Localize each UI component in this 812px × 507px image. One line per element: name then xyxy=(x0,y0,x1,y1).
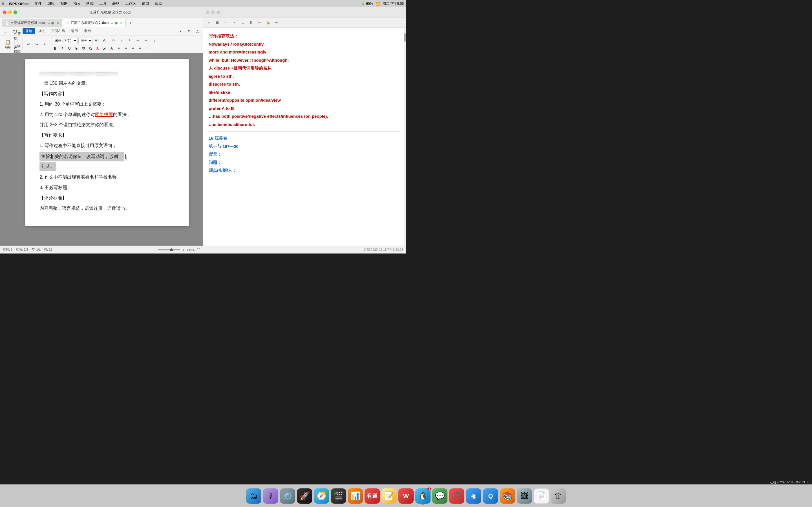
traffic-lights xyxy=(3,10,17,14)
nav-page-layout[interactable]: 页面布局 xyxy=(49,28,68,34)
tab-scroll-left[interactable]: ⋯ xyxy=(193,19,200,27)
notes-list-btn[interactable]: ≡ xyxy=(205,19,213,26)
wps-ribbon: ☰ 文件 开始 插入 页面布局 引用 审阅 ⬥ ⇧ △ 📋 xyxy=(0,27,203,53)
notes-close-btn[interactable] xyxy=(206,10,209,14)
list-button[interactable]: ≡ xyxy=(118,37,125,44)
notes-grid-btn[interactable]: ⊞ xyxy=(214,19,221,26)
font-shrink-button[interactable]: A⁻ xyxy=(101,37,109,44)
menu-view[interactable]: 视图 xyxy=(59,1,69,7)
justify-button[interactable]: ≡ xyxy=(137,45,143,52)
nav-reference[interactable]: 引用 xyxy=(68,28,81,34)
notes-share-btn[interactable]: □ xyxy=(239,19,246,26)
clear-format-button[interactable]: ◇ xyxy=(110,37,117,44)
undo-dropdown[interactable]: ▾ xyxy=(41,41,49,48)
strikethrough-button[interactable]: S̶ xyxy=(73,45,80,52)
fullscreen-button[interactable]: ⛶ xyxy=(197,248,200,251)
align-center-button[interactable]: ≡ xyxy=(123,45,129,52)
maximize-button[interactable] xyxy=(13,10,17,14)
cut-button[interactable]: ✂ 剪切 xyxy=(14,33,21,40)
font-color-button[interactable]: A xyxy=(94,45,101,52)
menu-help[interactable]: 帮助 xyxy=(153,1,164,7)
tab1-cloud: ☁ xyxy=(47,21,50,24)
window-title: 江苏广东概要议论文.docx xyxy=(20,10,200,15)
apple-menu[interactable]:  xyxy=(2,1,4,6)
doc-page: ▒▒▒▒▒▒▒▒▒▒▒▒▒▒▒▒▒▒▒▒▒▒▒▒▒▒▒▒ 一篇 150 词左右的… xyxy=(26,59,189,226)
app-name[interactable]: WPS Office xyxy=(7,1,30,6)
notes-section2-line4: 观点/实例/人： xyxy=(209,166,400,175)
redo-button[interactable]: ↪ xyxy=(33,41,40,48)
tab1-label: 文章续写评分标准.docx xyxy=(10,20,46,25)
statusbar-right: – + 144% ⛶ xyxy=(154,248,200,251)
ribbon-collapse[interactable]: △ xyxy=(194,27,201,35)
notes-back-btn[interactable]: ‹ xyxy=(222,19,230,26)
notes-min-btn[interactable] xyxy=(211,10,215,14)
tab-file2[interactable]: 📄 江苏广东概要议论文.docx ☁ ✕ xyxy=(62,19,126,27)
notes-forward-btn[interactable]: › xyxy=(231,19,238,26)
menu-table[interactable]: 表格 xyxy=(110,1,121,7)
notes-action-btn[interactable]: 🗑 xyxy=(248,19,255,26)
align-left-button[interactable]: ≡ xyxy=(116,45,122,52)
minimize-button[interactable] xyxy=(8,10,12,14)
indent-increase-button[interactable]: ⇒ xyxy=(142,37,150,44)
menu-edit[interactable]: 编辑 xyxy=(46,1,56,7)
notes-content[interactable]: 写作推荐表达： Nowadays,/Today,/Recently more a… xyxy=(203,27,406,245)
doc-partial-top: ▒▒▒▒▒▒▒▒▒▒▒▒▒▒▒▒▒▒▒▒▒▒▒▒▒▒▒▒ xyxy=(40,70,175,77)
align-right-button[interactable]: ≡ xyxy=(130,45,136,52)
line-spacing-button[interactable]: ↕ xyxy=(151,37,158,44)
highlight-button[interactable]: 🖌 xyxy=(101,45,108,52)
doc-cursor: | xyxy=(125,154,126,159)
nav-start[interactable]: 开始 xyxy=(22,28,35,34)
ribbon-share[interactable]: ⇧ xyxy=(185,27,193,35)
nav-review[interactable]: 审阅 xyxy=(81,28,94,34)
ribbon-more[interactable]: ⬥ xyxy=(177,27,184,35)
paste-button[interactable]: 📋 粘贴 xyxy=(3,38,13,51)
notes-line2: more and more=increasingly xyxy=(209,48,400,56)
notes-max-btn[interactable] xyxy=(216,10,220,14)
char-spacing-button[interactable]: A xyxy=(109,45,115,52)
doc-bracket2: 【写作要求】 xyxy=(40,131,175,139)
tab1-close[interactable]: ✕ xyxy=(57,21,59,24)
doc-item3: 并用 2~3 个理由或论据支撑你的看法。 xyxy=(40,121,175,129)
menu-insert[interactable]: 插入 xyxy=(71,1,82,7)
doc-bracket1: 【写作内容】 xyxy=(40,90,175,98)
underline-button[interactable]: U xyxy=(66,45,72,52)
font-grow-button[interactable]: A⁺ xyxy=(93,37,101,44)
menu-workspace[interactable]: 工作区 xyxy=(123,1,138,7)
more-align-button[interactable]: ⋮ xyxy=(144,45,150,52)
notes-lock-btn[interactable]: 🔒 xyxy=(264,19,272,26)
wps-titlebar: 江苏广东概要议论文.docx xyxy=(0,7,203,17)
selection2-text: 句式。 xyxy=(41,164,55,169)
new-tab-button[interactable]: + xyxy=(126,19,134,27)
font-size-selector[interactable]: 三号 xyxy=(79,37,93,44)
menu-file[interactable]: 文件 xyxy=(33,1,43,7)
subscript-button[interactable]: X₂ xyxy=(87,45,94,52)
doc-item2: 2. 用约 120 个单词阐述你对网络投票的看法， xyxy=(40,111,175,119)
zoom-slider[interactable] xyxy=(158,249,180,250)
tab2-cloud: ☁ xyxy=(110,21,113,24)
superscript-button[interactable]: X² xyxy=(80,45,87,52)
italic-button[interactable]: I xyxy=(59,45,65,52)
undo-button[interactable]: ↩ xyxy=(25,41,32,48)
close-button[interactable] xyxy=(3,10,6,14)
sidebar-toggle[interactable]: ☰ xyxy=(2,27,9,35)
menu-format[interactable]: 格式 xyxy=(85,1,95,7)
nav-insert[interactable]: 插入 xyxy=(36,28,48,34)
notes-scrollbar[interactable] xyxy=(404,27,406,245)
doc-area[interactable]: ▒▒▒▒▒▒▒▒▒▒▒▒▒▒▒▒▒▒▒▒▒▒▒▒▒▒▒▒ 一篇 150 词左右的… xyxy=(0,53,203,245)
indent-decrease-button[interactable]: ⇐ xyxy=(134,37,142,44)
notes-edit-btn[interactable]: ✏ xyxy=(256,19,263,26)
font-name-selector[interactable]: 宋体 (正文) xyxy=(52,37,78,44)
zoom-in-button[interactable]: + xyxy=(183,248,184,251)
tab1-icon: 📄 xyxy=(5,21,9,25)
menu-window[interactable]: 窗口 xyxy=(140,1,151,7)
bold-button[interactable]: B xyxy=(52,45,58,52)
doc-req3: 3. 不必写标题。 xyxy=(40,184,175,192)
notes-more-btn[interactable]: ⋯ xyxy=(273,19,280,26)
numbered-list-button[interactable]: ⋮ xyxy=(126,37,133,44)
paste-label: 粘贴 xyxy=(5,45,11,49)
menu-tools[interactable]: 工具 xyxy=(98,1,108,7)
item2-suffix: 的看法， xyxy=(113,112,131,117)
tab-file1[interactable]: 📄 文章续写评分标准.docx ☁ ✕ xyxy=(2,19,62,27)
tab2-close[interactable]: ✕ xyxy=(120,21,122,24)
zoom-out-button[interactable]: – xyxy=(154,248,155,251)
